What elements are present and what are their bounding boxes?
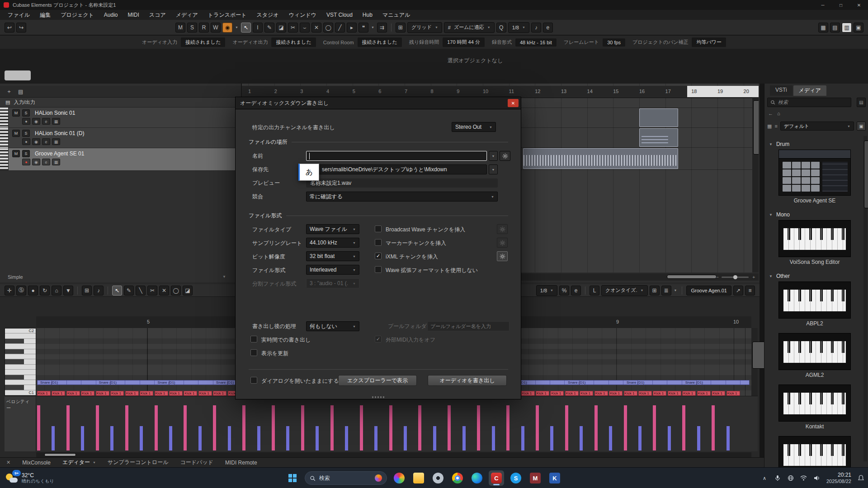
- kick-note[interactable]: Kick 1: [521, 391, 535, 396]
- kick-note[interactable]: Kick 1: [653, 391, 666, 396]
- midi-event[interactable]: [523, 148, 678, 169]
- track-preset-label[interactable]: Simple: [8, 274, 23, 280]
- menu-item[interactable]: プロジェクト: [56, 10, 99, 20]
- zoom-slider[interactable]: [722, 277, 749, 278]
- velocity-lane-header[interactable]: ベロシティー: [5, 396, 36, 451]
- kick-note[interactable]: Kick 1: [37, 391, 51, 396]
- settings-icon[interactable]: [430, 470, 446, 486]
- tab-vsti[interactable]: VSTi: [770, 85, 793, 96]
- project-vertical-scrollbar[interactable]: [752, 98, 759, 272]
- velocity-bar[interactable]: [580, 426, 583, 450]
- velocity-bar[interactable]: [418, 405, 421, 450]
- tab-midi-remote[interactable]: MIDI Remote: [225, 460, 257, 466]
- solo-button[interactable]: S: [22, 150, 30, 157]
- favorites-button[interactable]: ▣: [857, 122, 866, 131]
- zoom-preset-select[interactable]: #ズームに適応▼: [444, 22, 495, 33]
- quantize-preset-select[interactable]: 1/8▼: [508, 22, 529, 33]
- zoom-in-icon[interactable]: ＋: [751, 274, 756, 280]
- open-in-window-button[interactable]: ↗: [733, 286, 743, 296]
- quantize-preset-select[interactable]: クオンタイズ.▼: [601, 285, 648, 296]
- menu-item[interactable]: メディア: [171, 10, 203, 20]
- timeline-ruler[interactable]: 1234567891011121314151617181920: [242, 86, 759, 98]
- photos-icon[interactable]: [392, 470, 407, 486]
- velocity-bar[interactable]: [37, 405, 40, 450]
- velocity-bar[interactable]: [550, 426, 553, 450]
- plugin-item[interactable]: VoiSona Song Editor: [769, 220, 860, 266]
- white-key[interactable]: [5, 370, 36, 375]
- menu-item[interactable]: Audio: [99, 10, 123, 20]
- velocity-bar[interactable]: [155, 405, 158, 450]
- erase-tool[interactable]: ◪: [276, 23, 286, 33]
- kick-note[interactable]: Kick 1: [609, 391, 623, 396]
- velocity-bar[interactable]: [301, 405, 304, 450]
- kick-note[interactable]: Kick 1: [712, 391, 725, 396]
- plugin-item[interactable]: Kontakt: [769, 385, 860, 431]
- menu-item[interactable]: トランスポート: [203, 10, 252, 20]
- kick-note[interactable]: Kick 1: [110, 391, 124, 396]
- velocity-bar[interactable]: [536, 405, 539, 450]
- velocity-bar[interactable]: [609, 426, 612, 450]
- undo-button[interactable]: ↩: [5, 23, 14, 33]
- skype-icon[interactable]: S: [508, 470, 524, 486]
- post-process-select[interactable]: 何もしない▼: [306, 321, 359, 331]
- pointer-tool[interactable]: ↖: [112, 286, 122, 296]
- record-arm-button[interactable]: ●: [22, 118, 30, 125]
- comment-tool-button[interactable]: ❝: [359, 23, 368, 33]
- kick-note[interactable]: Kick 1: [184, 391, 197, 396]
- name-options-gear-button[interactable]: [500, 151, 510, 161]
- section-header[interactable]: ▼Drum: [769, 140, 860, 149]
- notification-bell-icon[interactable]: [857, 474, 864, 482]
- chunk-checkbox[interactable]: [375, 266, 382, 273]
- kick-note[interactable]: Kick 1: [697, 391, 711, 396]
- redo-button[interactable]: ↪: [16, 23, 26, 33]
- tab-コードパッド[interactable]: コードパッド: [180, 459, 213, 466]
- line-tool[interactable]: ╱: [335, 23, 345, 33]
- plugin-item[interactable]: [769, 436, 860, 467]
- menu-item[interactable]: VST Cloud: [321, 10, 358, 20]
- maximize-button[interactable]: □: [832, 0, 850, 10]
- taskbar-clock[interactable]: 20:21 2025/08/22: [826, 472, 851, 485]
- midi-event[interactable]: [639, 108, 678, 127]
- velocity-bar[interactable]: [286, 426, 289, 450]
- zoom-out-icon[interactable]: −: [716, 275, 719, 280]
- range-selection-tool[interactable]: I: [253, 23, 263, 33]
- chevron-down-icon[interactable]: ▼: [234, 26, 239, 29]
- kick-note[interactable]: Kick 1: [638, 391, 652, 396]
- explorer-icon[interactable]: [411, 470, 426, 486]
- menu-item[interactable]: Hub: [358, 10, 377, 20]
- velocity-bar[interactable]: [404, 426, 407, 450]
- velocity-bar[interactable]: [360, 405, 363, 450]
- rows-view-icon[interactable]: ≡: [774, 123, 777, 129]
- velocity-bar[interactable]: [638, 426, 642, 450]
- grid-type-select[interactable]: グリッド▼: [407, 22, 442, 33]
- kick-note[interactable]: Kick 1: [66, 391, 80, 396]
- autoscroll-button[interactable]: ⇉: [377, 23, 387, 33]
- velocity-bar[interactable]: [184, 405, 187, 450]
- format-field-select[interactable]: 32 bit float▼: [306, 251, 359, 261]
- kick-note[interactable]: Kick 1: [580, 391, 593, 396]
- glue-tool[interactable]: ⌣: [300, 23, 310, 33]
- section-header[interactable]: ▼Other: [769, 272, 860, 281]
- path-dropdown-button[interactable]: ▼: [489, 164, 498, 174]
- mute-tool[interactable]: ✕: [159, 286, 169, 296]
- event-colors-button[interactable]: e: [571, 286, 581, 296]
- kick-note[interactable]: Kick 1: [668, 391, 681, 396]
- solo-editor-icon[interactable]: Ⓢ: [16, 286, 26, 296]
- snap-icon[interactable]: ⊞: [82, 286, 92, 296]
- lanes-button[interactable]: ≣: [661, 286, 671, 296]
- monitor-button[interactable]: ◉: [32, 138, 40, 145]
- velocity-bar[interactable]: [492, 426, 495, 450]
- menu-item[interactable]: 編集: [35, 10, 56, 20]
- loop-icon[interactable]: ↻: [40, 286, 50, 296]
- zoom-tool[interactable]: ◯: [171, 286, 181, 296]
- grid-view-icon[interactable]: ▦: [767, 123, 772, 129]
- drumstick-tool[interactable]: ╲: [136, 286, 146, 296]
- zoom-tool[interactable]: ◯: [323, 23, 333, 33]
- split-tool[interactable]: ✂: [147, 286, 157, 296]
- instrument-button[interactable]: ▦: [52, 138, 60, 145]
- tab-mixconsole[interactable]: MixConsole: [22, 460, 51, 466]
- io-folder-track[interactable]: ▤ 入力/出力: [0, 98, 241, 108]
- menu-item[interactable]: スコア: [144, 10, 171, 20]
- black-key[interactable]: [5, 349, 36, 354]
- wifi-icon[interactable]: [800, 474, 807, 482]
